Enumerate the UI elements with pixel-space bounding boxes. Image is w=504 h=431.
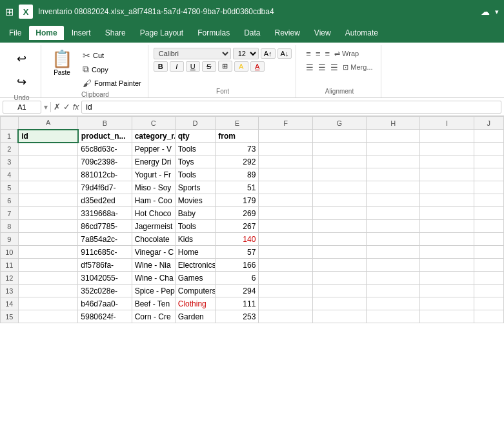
tab-file[interactable]: File xyxy=(3,26,28,40)
cell-B8[interactable]: 86cd7785- xyxy=(78,220,132,233)
cell-J5[interactable] xyxy=(474,181,503,194)
cell-B13[interactable]: 352c028e- xyxy=(78,285,132,297)
cell-F11[interactable] xyxy=(259,259,312,272)
tab-view[interactable]: View xyxy=(308,26,338,40)
row-header-9[interactable]: 9 xyxy=(1,233,19,246)
cell-A7[interactable] xyxy=(18,207,78,220)
row-header-14[interactable]: 14 xyxy=(1,297,19,310)
cell-reference-input[interactable] xyxy=(3,101,41,114)
row-header-2[interactable]: 2 xyxy=(1,143,19,155)
row-header-10[interactable]: 10 xyxy=(1,246,19,259)
cell-H4[interactable] xyxy=(366,168,419,181)
col-header-d[interactable]: D xyxy=(175,117,215,130)
tab-page-layout[interactable]: Page Layout xyxy=(134,26,190,40)
align-left-button[interactable]: ☰ xyxy=(304,61,316,74)
col-header-h[interactable]: H xyxy=(366,117,419,130)
paste-button[interactable]: 📋 Paste xyxy=(46,48,77,77)
cell-C13[interactable]: Spice - Pep xyxy=(132,285,175,297)
cell-A6[interactable] xyxy=(18,194,78,207)
title-dropdown-icon[interactable]: ▾ xyxy=(495,8,499,16)
strikethrough-button[interactable]: S xyxy=(202,61,216,72)
cell-B14[interactable]: b46d7aa0- xyxy=(78,297,132,310)
col-header-g[interactable]: G xyxy=(312,117,366,130)
cell-F6[interactable] xyxy=(259,194,312,207)
cell-E13[interactable]: 294 xyxy=(216,285,259,297)
fill-color-button[interactable]: A xyxy=(234,61,248,72)
redo-button[interactable]: ↪ xyxy=(9,71,35,93)
cell-A3[interactable] xyxy=(18,155,78,168)
cell-C9[interactable]: Chocolate xyxy=(132,233,175,246)
italic-button[interactable]: I xyxy=(170,61,184,72)
col-header-e[interactable]: E xyxy=(216,117,259,130)
cell-F1[interactable] xyxy=(259,130,312,143)
cell-F5[interactable] xyxy=(259,181,312,194)
cell-G7[interactable] xyxy=(312,207,366,220)
cell-ref-dropdown[interactable]: ▾ xyxy=(44,103,48,112)
cell-I3[interactable] xyxy=(420,155,474,168)
cell-D9[interactable]: Kids xyxy=(175,233,215,246)
cell-F13[interactable] xyxy=(259,285,312,297)
cell-F2[interactable] xyxy=(259,143,312,155)
cell-C11[interactable]: Wine - Nia xyxy=(132,259,175,272)
row-header-1[interactable]: 1 xyxy=(1,130,19,143)
cell-H1[interactable] xyxy=(366,130,419,143)
col-header-j[interactable]: J xyxy=(474,117,503,130)
cell-D3[interactable]: Toys xyxy=(175,155,215,168)
cell-E1[interactable]: from xyxy=(216,130,259,143)
cell-B5[interactable]: 79d4f6d7- xyxy=(78,181,132,194)
copy-button[interactable]: ⧉ Copy xyxy=(80,63,144,76)
cell-G8[interactable] xyxy=(312,220,366,233)
formula-cross-icon[interactable]: ✗ xyxy=(54,102,61,112)
align-top-center-button[interactable]: ≡ xyxy=(314,48,323,60)
cell-E4[interactable]: 89 xyxy=(216,168,259,181)
row-header-7[interactable]: 7 xyxy=(1,207,19,220)
cell-H13[interactable] xyxy=(366,285,419,297)
cell-E9[interactable]: 140 xyxy=(216,233,259,246)
row-header-12[interactable]: 12 xyxy=(1,272,19,285)
row-header-13[interactable]: 13 xyxy=(1,285,19,297)
cell-H2[interactable] xyxy=(366,143,419,155)
cell-J12[interactable] xyxy=(474,272,503,285)
cut-button[interactable]: ✂ Cut xyxy=(80,49,144,62)
underline-button[interactable]: U xyxy=(186,61,200,72)
font-size-select[interactable]: 12 xyxy=(233,48,259,59)
formula-input[interactable] xyxy=(81,101,501,114)
cell-B10[interactable]: 911c685c- xyxy=(78,246,132,259)
cell-G11[interactable] xyxy=(312,259,366,272)
cell-G3[interactable] xyxy=(312,155,366,168)
cell-D2[interactable]: Tools xyxy=(175,143,215,155)
cell-C12[interactable]: Wine - Cha xyxy=(132,272,175,285)
cell-E15[interactable]: 253 xyxy=(216,310,259,323)
cell-I5[interactable] xyxy=(420,181,474,194)
cell-D1[interactable]: qty xyxy=(175,130,215,143)
tab-review[interactable]: Review xyxy=(268,26,307,40)
decrease-font-button[interactable]: A↓ xyxy=(277,48,292,59)
cell-G1[interactable] xyxy=(312,130,366,143)
cell-D14[interactable]: Clothing xyxy=(175,297,215,310)
cell-C15[interactable]: Corn - Cre xyxy=(132,310,175,323)
wrap-text-button[interactable]: ⇌ Wrap xyxy=(332,48,361,60)
tab-insert[interactable]: Insert xyxy=(65,26,97,40)
cell-F15[interactable] xyxy=(259,310,312,323)
cell-C3[interactable]: Energy Dri xyxy=(132,155,175,168)
cell-J15[interactable] xyxy=(474,310,503,323)
cell-F7[interactable] xyxy=(259,207,312,220)
col-header-i[interactable]: I xyxy=(420,117,474,130)
tab-home[interactable]: Home xyxy=(29,26,63,40)
cell-I12[interactable] xyxy=(420,272,474,285)
cell-C8[interactable]: Jagermeist xyxy=(132,220,175,233)
cell-I1[interactable] xyxy=(420,130,474,143)
cell-E7[interactable]: 269 xyxy=(216,207,259,220)
cell-J8[interactable] xyxy=(474,220,503,233)
cell-A2[interactable] xyxy=(18,143,78,155)
cell-J11[interactable] xyxy=(474,259,503,272)
row-header-8[interactable]: 8 xyxy=(1,220,19,233)
cell-D6[interactable]: Movies xyxy=(175,194,215,207)
cell-H12[interactable] xyxy=(366,272,419,285)
cell-J14[interactable] xyxy=(474,297,503,310)
cell-I4[interactable] xyxy=(420,168,474,181)
cell-I10[interactable] xyxy=(420,246,474,259)
cell-E2[interactable]: 73 xyxy=(216,143,259,155)
cell-G14[interactable] xyxy=(312,297,366,310)
cell-C14[interactable]: Beef - Ten xyxy=(132,297,175,310)
